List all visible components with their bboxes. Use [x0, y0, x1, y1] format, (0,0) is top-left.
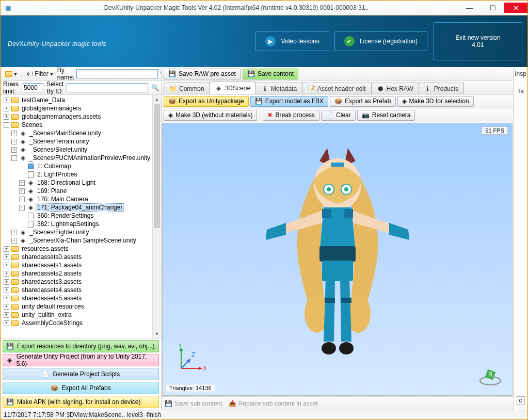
break-process-button[interactable]: ✖ Break process — [263, 110, 319, 121]
expand-icon[interactable]: + — [4, 246, 9, 252]
tree-item[interactable]: +unity default resources — [2, 302, 161, 311]
unity-icon: ◈ — [19, 154, 27, 161]
filter-button[interactable]: 🏷 Filter ▾ — [25, 70, 55, 78]
tab-3dscene[interactable]: ◈3DScene — [210, 82, 256, 94]
tree-item[interactable]: +AssemblyCodeStrings — [2, 319, 161, 327]
expand-icon[interactable]: + — [19, 180, 25, 186]
replace-sub-content-button[interactable]: 📥 Replace sub content in asset — [229, 400, 318, 407]
inspector-tab[interactable]: Insp — [515, 70, 526, 77]
expand-icon[interactable]: + — [11, 147, 17, 153]
tree-item[interactable]: -Scenes — [2, 121, 161, 129]
expand-icon[interactable]: + — [19, 188, 25, 194]
expand-icon[interactable]: + — [19, 205, 25, 211]
tree-item[interactable]: +◈170: Main Camera — [2, 195, 161, 203]
rows-limit-input[interactable] — [22, 83, 43, 92]
open-folder-button[interactable]: ▾ — [3, 70, 19, 78]
rotation-gizmo[interactable]: R — [479, 365, 502, 388]
tree-item[interactable]: 360: RenderSettings — [2, 212, 161, 220]
expand-icon[interactable]: + — [11, 238, 17, 244]
save-sub-content-button[interactable]: 💾 Save sub content — [165, 400, 222, 407]
expand-icon[interactable]: + — [4, 296, 9, 301]
expand-icon[interactable]: + — [4, 304, 9, 310]
tab-hex-raw[interactable]: ⬢Hex RAW — [371, 83, 419, 94]
tree-item[interactable]: +◈_Scenes/Terrain.unity — [2, 137, 161, 146]
minimize-button[interactable]: — — [458, 3, 481, 13]
tree-item[interactable]: -◈_Scenes/FUCMAnimationPreviewFree.unity — [2, 154, 161, 162]
close-button[interactable]: ✕ — [504, 3, 527, 13]
tags-tab[interactable]: Ta — [517, 88, 524, 95]
search-id-icon[interactable]: 🔍 — [151, 84, 159, 91]
expand-icon[interactable]: + — [4, 263, 9, 268]
tree-item[interactable]: +globalgamemanagers — [2, 104, 161, 112]
clear-button[interactable]: 📄 Clear — [321, 110, 356, 121]
generate-scripts-button[interactable]: 📄 Generate Project Scripts — [3, 368, 159, 380]
expand-icon[interactable]: + — [11, 230, 17, 235]
tree-item[interactable]: +◈_Scenes/MainScene.unity — [2, 129, 161, 137]
expand-icon[interactable]: - — [11, 155, 17, 161]
tree-item[interactable]: +globalgamemanagers.assets — [2, 112, 161, 121]
save-content-button[interactable]: 💾 Save content — [243, 69, 298, 79]
export-prefab-button[interactable]: 📦 Export as Prefab — [330, 96, 395, 107]
export-unitypackage-button[interactable]: 📦 Export as Unitypackage — [164, 96, 249, 107]
make-3d-selection-button[interactable]: ◈ Make 3D for selection — [397, 96, 474, 107]
tree-scrollbar[interactable]: ▲ ▼ — [152, 95, 161, 338]
tree-item[interactable]: +sharedassets3.assets — [2, 278, 161, 286]
tree-item[interactable]: +◈_Scenes/Skelet.unity — [2, 146, 161, 154]
tab-metadata[interactable]: ℹMetadata — [255, 83, 302, 94]
3d-viewport[interactable]: 51 FPS Triangles: 14136 — [162, 123, 513, 396]
expand-icon[interactable]: - — [4, 122, 9, 128]
tree-item[interactable]: +sharedassets4.assets — [2, 286, 161, 294]
expand-icon[interactable]: + — [4, 114, 9, 120]
tree-item-label: _Scenes/Terrain.unity — [28, 138, 90, 145]
tree-item[interactable]: 1: Cubemap — [2, 162, 161, 170]
expand-icon[interactable]: + — [4, 320, 9, 326]
expand-icon[interactable]: + — [4, 287, 9, 293]
tree-item[interactable]: +sharedassets1.assets — [2, 261, 161, 269]
expand-icon[interactable]: + — [19, 197, 25, 202]
expand-icon[interactable]: + — [4, 279, 9, 285]
make-3d-no-materials-button[interactable]: ◈ Make 3D (without materials) — [164, 110, 257, 121]
save-raw-button[interactable]: 💾 Save RAW pre asset — [164, 69, 241, 79]
expand-icon[interactable]: + — [4, 271, 9, 277]
tree-item[interactable]: +resources.assets — [2, 245, 161, 253]
generate-unity-project-button[interactable]: ◈Generate Unity Project (from any to Uni… — [3, 354, 159, 366]
asset-tree[interactable]: +testGame_Data+globalgamemanagers+global… — [1, 95, 161, 338]
expand-icon[interactable]: + — [11, 139, 17, 144]
expand-icon[interactable]: + — [4, 254, 9, 260]
select-by-id-input[interactable] — [67, 83, 148, 92]
tree-item[interactable]: +◈_Scenes/Xia-Chan SampleScene.unity — [2, 236, 161, 245]
tree-item[interactable]: 382: LightmapSettings — [2, 220, 161, 228]
tree-item[interactable]: +unity_builtin_extra — [2, 311, 161, 319]
tree-item[interactable]: +testGame_Data — [2, 96, 161, 104]
reset-camera-button[interactable]: 📷 Reset camera — [357, 110, 415, 121]
export-resources-button[interactable]: 💾 Export resources to directory (png, wa… — [3, 340, 159, 352]
expand-icon[interactable]: + — [4, 106, 9, 111]
app-icon: ▣ — [1, 4, 15, 11]
tree-item[interactable]: +sharedassets2.assets — [2, 269, 161, 278]
expand-icon[interactable]: + — [4, 312, 9, 318]
scroll-thumb[interactable] — [154, 104, 160, 228]
make-apk-button[interactable]: 💾 Make APK (with signing, for install on… — [3, 396, 159, 408]
tree-item[interactable]: +◈171: Package04_animChanger — [2, 203, 161, 212]
export-all-prefabs-button[interactable]: 📦 Export All Prefabs — [3, 382, 159, 394]
tree-item[interactable]: +◈168: Directional Light — [2, 179, 161, 187]
license-button[interactable]: ✔ License (registration) — [334, 31, 427, 51]
tab-asset-header-edit[interactable]: 📝Asset header edit — [302, 83, 371, 94]
expand-icon[interactable]: + — [11, 131, 17, 136]
tree-item[interactable]: +sharedassets0.assets — [2, 253, 161, 261]
export-fbx-button[interactable]: 💾 Export model as FBX — [250, 96, 328, 107]
tab-products[interactable]: ℹProducts — [419, 83, 464, 94]
inspector-bottom-button[interactable]: c — [517, 396, 525, 405]
tab-common[interactable]: 📁Common — [164, 83, 210, 94]
tree-item[interactable]: +◈_Scenes/Fighter.unity — [2, 228, 161, 236]
maximize-button[interactable]: ☐ — [481, 3, 504, 13]
expand-icon[interactable]: + — [4, 98, 9, 103]
scroll-down-icon[interactable]: ▼ — [153, 329, 161, 338]
tree-item[interactable]: +sharedassets5.assets — [2, 294, 161, 302]
tree-item[interactable]: +◈169: Plane — [2, 187, 161, 195]
scroll-up-icon[interactable]: ▲ — [153, 95, 161, 104]
video-lessons-button[interactable]: ▶ Video lessons — [255, 31, 329, 51]
tree-item[interactable]: 2: LightProbes — [2, 170, 161, 179]
name-filter-input[interactable] — [76, 69, 158, 78]
exit-version-button[interactable]: Exit new version 4.01 — [434, 22, 522, 60]
